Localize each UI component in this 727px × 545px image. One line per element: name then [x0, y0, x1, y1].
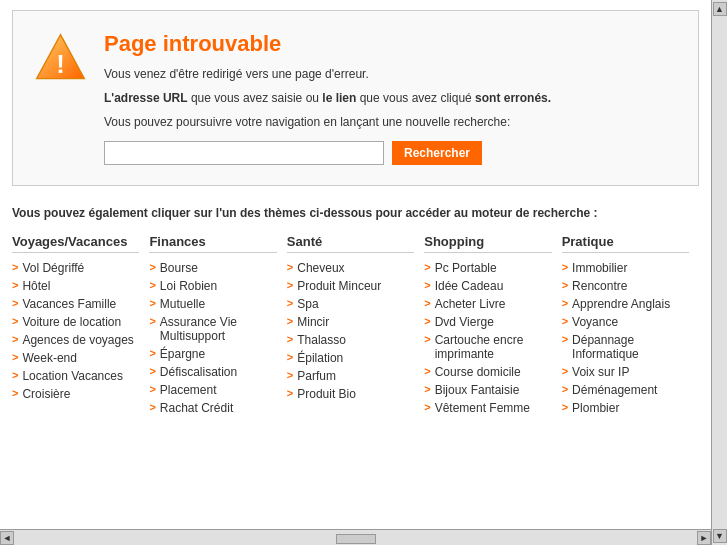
- arrow-icon: >: [12, 333, 18, 345]
- theme-col-list: >Immobilier>Rencontre>Apprendre Anglais>…: [562, 261, 689, 415]
- scroll-down-arrow[interactable]: ▼: [713, 529, 727, 543]
- theme-link-text: Idée Cadeau: [435, 279, 504, 293]
- theme-link-text: Voiture de location: [22, 315, 121, 329]
- theme-link[interactable]: >Mincir: [287, 315, 414, 329]
- list-item: >Vacances Famille: [12, 297, 139, 311]
- theme-link-text: Dvd Vierge: [435, 315, 494, 329]
- list-item: >Croisière: [12, 387, 139, 401]
- theme-link-text: Vol Dégriffé: [22, 261, 84, 275]
- theme-link[interactable]: >Cartouche encre imprimante: [424, 333, 551, 361]
- theme-link[interactable]: >Produit Minceur: [287, 279, 414, 293]
- arrow-icon: >: [287, 261, 293, 273]
- scroll-up-arrow[interactable]: ▲: [713, 2, 727, 16]
- theme-link[interactable]: >Dépannage Informatique: [562, 333, 689, 361]
- search-input[interactable]: [104, 141, 384, 165]
- arrow-icon: >: [424, 333, 430, 345]
- theme-link[interactable]: >Parfum: [287, 369, 414, 383]
- list-item: >Mincir: [287, 315, 414, 329]
- theme-col-voyages-vacances: Voyages/Vacances>Vol Dégriffé>Hôtel>Vaca…: [12, 234, 149, 419]
- theme-link[interactable]: >Épargne: [149, 347, 276, 361]
- scrollbar-right[interactable]: ▲ ▼: [711, 0, 727, 545]
- theme-link[interactable]: >Dvd Vierge: [424, 315, 551, 329]
- arrow-icon: >: [12, 279, 18, 291]
- scroll-right-arrow[interactable]: ►: [697, 531, 711, 545]
- arrow-icon: >: [562, 297, 568, 309]
- theme-link[interactable]: >Voix sur IP: [562, 365, 689, 379]
- theme-link[interactable]: >Idée Cadeau: [424, 279, 551, 293]
- theme-link[interactable]: >Pc Portable: [424, 261, 551, 275]
- arrow-icon: >: [149, 279, 155, 291]
- list-item: >Voyance: [562, 315, 689, 329]
- theme-link[interactable]: >Thalasso: [287, 333, 414, 347]
- arrow-icon: >: [424, 261, 430, 273]
- theme-link[interactable]: >Apprendre Anglais: [562, 297, 689, 311]
- theme-link[interactable]: >Épilation: [287, 351, 414, 365]
- theme-link[interactable]: >Défiscalisation: [149, 365, 276, 379]
- theme-link[interactable]: >Immobilier: [562, 261, 689, 275]
- theme-link-text: Mincir: [297, 315, 329, 329]
- theme-col-title: Finances: [149, 234, 276, 253]
- theme-link[interactable]: >Vacances Famille: [12, 297, 139, 311]
- svg-text:!: !: [56, 50, 65, 78]
- link-label: le lien: [322, 91, 356, 105]
- theme-link[interactable]: >Plombier: [562, 401, 689, 415]
- theme-link-text: Produit Bio: [297, 387, 356, 401]
- theme-link[interactable]: >Mutuelle: [149, 297, 276, 311]
- theme-link-text: Voyance: [572, 315, 618, 329]
- scrollbar-bottom[interactable]: ◄ ►: [0, 529, 711, 545]
- scroll-left-arrow[interactable]: ◄: [0, 531, 14, 545]
- theme-link-text: Épilation: [297, 351, 343, 365]
- theme-link[interactable]: >Produit Bio: [287, 387, 414, 401]
- theme-col-list: >Cheveux>Produit Minceur>Spa>Mincir>Thal…: [287, 261, 414, 401]
- theme-link[interactable]: >Agences de voyages: [12, 333, 139, 347]
- list-item: >Dépannage Informatique: [562, 333, 689, 361]
- arrow-icon: >: [424, 365, 430, 377]
- theme-link[interactable]: >Course domicile: [424, 365, 551, 379]
- theme-link[interactable]: >Déménagement: [562, 383, 689, 397]
- list-item: >Bourse: [149, 261, 276, 275]
- theme-link[interactable]: >Loi Robien: [149, 279, 276, 293]
- list-item: >Apprendre Anglais: [562, 297, 689, 311]
- theme-link[interactable]: >Assurance Vie Multisupport: [149, 315, 276, 343]
- theme-link-text: Mutuelle: [160, 297, 205, 311]
- arrow-icon: >: [149, 365, 155, 377]
- theme-link[interactable]: >Rencontre: [562, 279, 689, 293]
- arrow-icon: >: [424, 279, 430, 291]
- list-item: >Agences de voyages: [12, 333, 139, 347]
- theme-link-text: Épargne: [160, 347, 205, 361]
- theme-link[interactable]: >Bijoux Fantaisie: [424, 383, 551, 397]
- theme-link[interactable]: >Cheveux: [287, 261, 414, 275]
- theme-link[interactable]: >Placement: [149, 383, 276, 397]
- error-title: Page introuvable: [104, 31, 551, 57]
- theme-link-text: Cheveux: [297, 261, 344, 275]
- theme-link[interactable]: >Week-end: [12, 351, 139, 365]
- arrow-icon: >: [287, 369, 293, 381]
- list-item: >Immobilier: [562, 261, 689, 275]
- list-item: >Voix sur IP: [562, 365, 689, 379]
- theme-intro: Vous pouvez également cliquer sur l'un d…: [12, 206, 699, 220]
- theme-link[interactable]: >Rachat Crédit: [149, 401, 276, 415]
- theme-link-text: Apprendre Anglais: [572, 297, 670, 311]
- search-button[interactable]: Rechercher: [392, 141, 482, 165]
- arrow-icon: >: [12, 261, 18, 273]
- theme-link[interactable]: >Location Vacances: [12, 369, 139, 383]
- list-item: >Rencontre: [562, 279, 689, 293]
- theme-link[interactable]: >Acheter Livre: [424, 297, 551, 311]
- list-item: >Plombier: [562, 401, 689, 415]
- theme-link[interactable]: >Bourse: [149, 261, 276, 275]
- theme-col-pratique: Pratique>Immobilier>Rencontre>Apprendre …: [562, 234, 699, 419]
- theme-link-text: Cartouche encre imprimante: [435, 333, 552, 361]
- theme-link[interactable]: >Spa: [287, 297, 414, 311]
- theme-link[interactable]: >Vol Dégriffé: [12, 261, 139, 275]
- list-item: >Produit Minceur: [287, 279, 414, 293]
- theme-link[interactable]: >Voiture de location: [12, 315, 139, 329]
- arrow-icon: >: [562, 383, 568, 395]
- scroll-thumb[interactable]: [336, 534, 376, 544]
- theme-link[interactable]: >Hôtel: [12, 279, 139, 293]
- theme-link[interactable]: >Voyance: [562, 315, 689, 329]
- list-item: >Épilation: [287, 351, 414, 365]
- list-item: >Vêtement Femme: [424, 401, 551, 415]
- theme-link[interactable]: >Croisière: [12, 387, 139, 401]
- list-item: >Voiture de location: [12, 315, 139, 329]
- theme-link[interactable]: >Vêtement Femme: [424, 401, 551, 415]
